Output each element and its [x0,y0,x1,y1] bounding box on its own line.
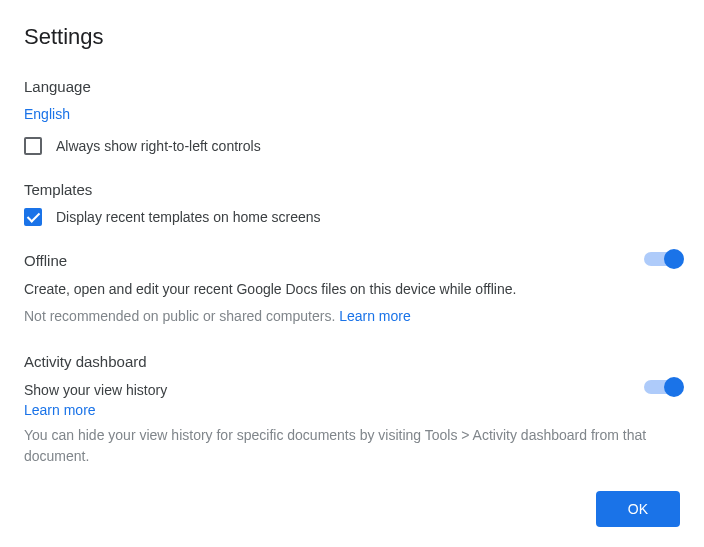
activity-hint: You can hide your view history for speci… [24,425,680,467]
offline-learn-more-link[interactable]: Learn more [339,308,411,324]
offline-warning: Not recommended on public or shared comp… [24,306,620,327]
activity-learn-more-link[interactable]: Learn more [24,402,96,418]
activity-show-label: Show your view history [24,380,620,401]
templates-checkbox[interactable] [24,208,42,226]
language-link[interactable]: English [24,106,70,122]
templates-checkbox-label: Display recent templates on home screens [56,209,321,225]
ok-button[interactable]: OK [596,491,680,527]
rtl-checkbox[interactable] [24,137,42,155]
footer: OK [596,491,680,527]
offline-header: Offline [24,252,620,269]
activity-toggle[interactable] [644,380,680,394]
activity-header: Activity dashboard [24,353,680,370]
rtl-checkbox-label: Always show right-to-left controls [56,138,261,154]
activity-section: Activity dashboard Show your view histor… [24,353,680,467]
templates-section: Templates Display recent templates on ho… [24,181,680,226]
offline-desc: Create, open and edit your recent Google… [24,279,620,300]
page-title: Settings [24,24,680,50]
language-header: Language [24,78,680,95]
templates-header: Templates [24,181,680,198]
language-section: Language English Always show right-to-le… [24,78,680,155]
offline-toggle[interactable] [644,252,680,266]
offline-section: Offline Create, open and edit your recen… [24,252,680,327]
offline-warning-text: Not recommended on public or shared comp… [24,308,339,324]
